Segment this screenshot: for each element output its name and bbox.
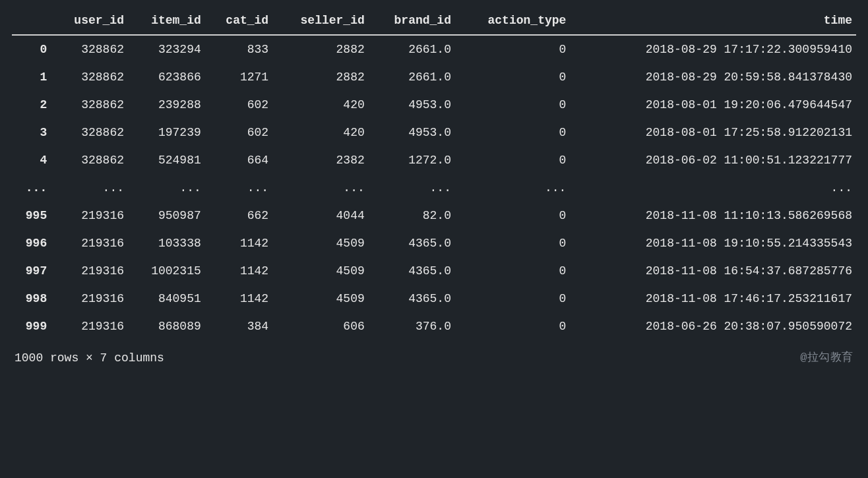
cell-seller_id: 4509 <box>272 285 369 313</box>
cell-time: 2018-08-29 20:59:58.841378430 <box>570 63 856 91</box>
cell-brand_id: 376.0 <box>369 313 455 340</box>
cell-seller_id: 4509 <box>272 229 369 257</box>
watermark-label: @拉勾教育 <box>800 349 853 365</box>
cell-time: 2018-11-08 16:54:37.687285776 <box>570 257 856 285</box>
cell-action_type: 0 <box>455 313 570 340</box>
cell-seller_id: 2382 <box>272 146 369 174</box>
cell-item_id: 868089 <box>128 313 205 340</box>
col-cat_id: cat_id <box>205 7 272 35</box>
table-row: 1328862623866127128822661.002018-08-29 2… <box>12 63 856 91</box>
cell-index: 3 <box>12 119 51 146</box>
dataframe-table: user_id item_id cat_id seller_id brand_i… <box>12 7 856 340</box>
col-item_id: item_id <box>128 7 205 35</box>
cell-cat_id: 833 <box>205 35 272 63</box>
cell-user_id: 219316 <box>51 229 128 257</box>
cell-user_id: 219316 <box>51 257 128 285</box>
cell-seller_id: 4509 <box>272 257 369 285</box>
cell-time: 2018-08-01 19:20:06.479644547 <box>570 91 856 119</box>
cell-item_id: 103338 <box>128 229 205 257</box>
cell-action_type: 0 <box>455 285 570 313</box>
cell-seller_id: 2882 <box>272 63 369 91</box>
cell-cat_id: 602 <box>205 91 272 119</box>
cell-index: 4 <box>12 146 51 174</box>
cell-time: 2018-06-02 11:00:51.123221777 <box>570 146 856 174</box>
cell-index: 1 <box>12 63 51 91</box>
cell-time: 2018-11-08 17:46:17.253211617 <box>570 285 856 313</box>
cell-user_id: 328862 <box>51 91 128 119</box>
cell-user_id: 328862 <box>51 35 128 63</box>
cell-user_id: 328862 <box>51 119 128 146</box>
cell-item_id: 1002315 <box>128 257 205 285</box>
cell-index: 0 <box>12 35 51 63</box>
cell-brand_id: 4365.0 <box>369 257 455 285</box>
cell-brand_id: 4365.0 <box>369 229 455 257</box>
cell-item_id: 950987 <box>128 202 205 229</box>
col-index <box>12 7 51 35</box>
cell-user_id: ... <box>51 174 128 202</box>
cell-seller_id: ... <box>272 174 369 202</box>
cell-brand_id: 2661.0 <box>369 63 455 91</box>
cell-item_id: 524981 <box>128 146 205 174</box>
cell-item_id: 323294 <box>128 35 205 63</box>
cell-cat_id: 1142 <box>205 257 272 285</box>
cell-brand_id: 4953.0 <box>369 91 455 119</box>
cell-index: 2 <box>12 91 51 119</box>
cell-cat_id: 1142 <box>205 229 272 257</box>
cell-cat_id: 602 <box>205 119 272 146</box>
table-row: 23288622392886024204953.002018-08-01 19:… <box>12 91 856 119</box>
cell-action_type: 0 <box>455 257 570 285</box>
cell-time: 2018-11-08 19:10:55.214335543 <box>570 229 856 257</box>
cell-brand_id: 4953.0 <box>369 119 455 146</box>
col-action_type: action_type <box>455 7 570 35</box>
cell-item_id: 239288 <box>128 91 205 119</box>
cell-seller_id: 4044 <box>272 202 369 229</box>
cell-item_id: 623866 <box>128 63 205 91</box>
cell-action_type: 0 <box>455 35 570 63</box>
cell-cat_id: 384 <box>205 313 272 340</box>
cell-brand_id: 82.0 <box>369 202 455 229</box>
table-row: 995219316950987662404482.002018-11-08 11… <box>12 202 856 229</box>
cell-action_type: 0 <box>455 63 570 91</box>
cell-brand_id: 2661.0 <box>369 35 455 63</box>
table-row: 996219316103338114245094365.002018-11-08… <box>12 229 856 257</box>
cell-action_type: 0 <box>455 91 570 119</box>
cell-time: 2018-06-26 20:38:07.950590072 <box>570 313 856 340</box>
cell-index: 997 <box>12 257 51 285</box>
cell-cat_id: 1271 <box>205 63 272 91</box>
table-row: 432886252498166423821272.002018-06-02 11… <box>12 146 856 174</box>
cell-user_id: 219316 <box>51 285 128 313</box>
cell-seller_id: 420 <box>272 91 369 119</box>
cell-time: 2018-11-08 11:10:13.586269568 <box>570 202 856 229</box>
cell-cat_id: ... <box>205 174 272 202</box>
cell-time: 2018-08-29 17:17:22.300959410 <box>570 35 856 63</box>
cell-time: 2018-08-01 17:25:58.912202131 <box>570 119 856 146</box>
cell-cat_id: 1142 <box>205 285 272 313</box>
cell-index: 998 <box>12 285 51 313</box>
cell-seller_id: 2882 <box>272 35 369 63</box>
cell-brand_id: 4365.0 <box>369 285 455 313</box>
cell-cat_id: 664 <box>205 146 272 174</box>
table-row: 999219316868089384606376.002018-06-26 20… <box>12 313 856 340</box>
table-row: 9972193161002315114245094365.002018-11-0… <box>12 257 856 285</box>
col-brand_id: brand_id <box>369 7 455 35</box>
cell-index: 995 <box>12 202 51 229</box>
cell-item_id: 197239 <box>128 119 205 146</box>
cell-index: 996 <box>12 229 51 257</box>
cell-brand_id: ... <box>369 174 455 202</box>
col-time: time <box>570 7 856 35</box>
cell-user_id: 328862 <box>51 63 128 91</box>
cell-cat_id: 662 <box>205 202 272 229</box>
cell-action_type: ... <box>455 174 570 202</box>
col-user_id: user_id <box>51 7 128 35</box>
table-row: 032886232329483328822661.002018-08-29 17… <box>12 35 856 63</box>
cell-action_type: 0 <box>455 146 570 174</box>
cell-user_id: 328862 <box>51 146 128 174</box>
cell-action_type: 0 <box>455 229 570 257</box>
cell-item_id: ... <box>128 174 205 202</box>
dataframe-shape-summary: 1000 rows × 7 columns <box>15 351 164 365</box>
cell-action_type: 0 <box>455 202 570 229</box>
table-row: ........................ <box>12 174 856 202</box>
col-seller_id: seller_id <box>272 7 369 35</box>
cell-action_type: 0 <box>455 119 570 146</box>
cell-time: ... <box>570 174 856 202</box>
